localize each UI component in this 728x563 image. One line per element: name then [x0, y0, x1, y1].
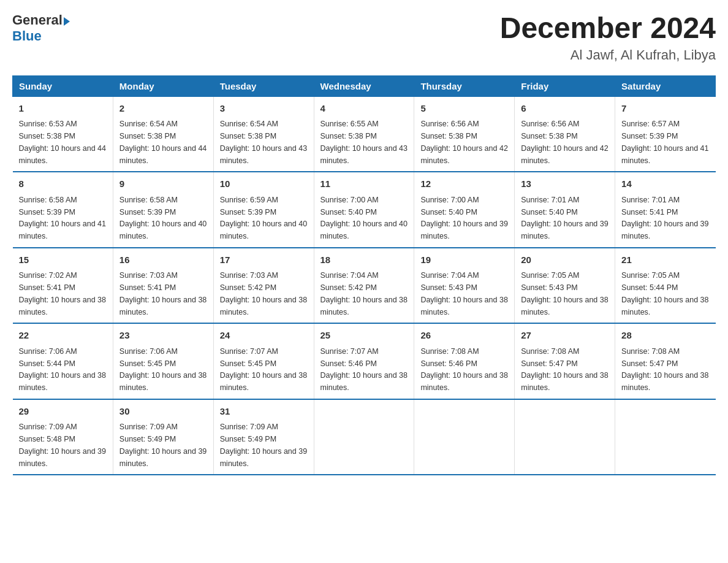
day-cell: 6 Sunrise: 6:56 AMSunset: 5:38 PMDayligh… — [515, 96, 615, 172]
day-cell — [615, 399, 716, 475]
day-number: 20 — [521, 253, 609, 267]
day-number: 19 — [420, 253, 508, 267]
column-header-friday: Friday — [515, 75, 615, 96]
week-row-5: 29 Sunrise: 7:09 AMSunset: 5:48 PMDaylig… — [13, 399, 716, 475]
day-number: 26 — [420, 329, 508, 343]
column-header-saturday: Saturday — [615, 75, 716, 96]
day-cell: 12 Sunrise: 7:00 AMSunset: 5:40 PMDaylig… — [414, 172, 515, 248]
day-info: Sunrise: 7:08 AMSunset: 5:47 PMDaylight:… — [521, 347, 608, 392]
day-number: 23 — [119, 329, 207, 343]
day-cell: 8 Sunrise: 6:58 AMSunset: 5:39 PMDayligh… — [13, 172, 113, 248]
day-info: Sunrise: 6:58 AMSunset: 5:39 PMDaylight:… — [19, 196, 106, 240]
day-number: 9 — [119, 177, 207, 191]
day-number: 21 — [621, 253, 709, 267]
calendar-table: SundayMondayTuesdayWednesdayThursdayFrid… — [12, 75, 716, 476]
day-cell: 16 Sunrise: 7:03 AMSunset: 5:41 PMDaylig… — [113, 248, 213, 324]
day-info: Sunrise: 7:05 AMSunset: 5:44 PMDaylight:… — [621, 271, 708, 316]
day-info: Sunrise: 7:08 AMSunset: 5:47 PMDaylight:… — [621, 347, 708, 392]
day-cell: 29 Sunrise: 7:09 AMSunset: 5:48 PMDaylig… — [13, 399, 113, 475]
day-cell: 14 Sunrise: 7:01 AMSunset: 5:41 PMDaylig… — [615, 172, 716, 248]
day-info: Sunrise: 7:03 AMSunset: 5:41 PMDaylight:… — [119, 271, 207, 316]
logo: General Blue — [12, 12, 70, 44]
day-cell — [414, 399, 515, 475]
week-row-3: 15 Sunrise: 7:02 AMSunset: 5:41 PMDaylig… — [13, 248, 716, 324]
day-number: 11 — [320, 177, 408, 191]
day-cell: 10 Sunrise: 6:59 AMSunset: 5:39 PMDaylig… — [213, 172, 314, 248]
day-cell: 7 Sunrise: 6:57 AMSunset: 5:39 PMDayligh… — [615, 96, 716, 172]
day-cell: 4 Sunrise: 6:55 AMSunset: 5:38 PMDayligh… — [314, 96, 414, 172]
day-cell: 2 Sunrise: 6:54 AMSunset: 5:38 PMDayligh… — [113, 96, 213, 172]
day-number: 13 — [521, 177, 609, 191]
day-info: Sunrise: 7:09 AMSunset: 5:49 PMDaylight:… — [220, 423, 307, 467]
day-number: 25 — [320, 329, 408, 343]
day-info: Sunrise: 6:59 AMSunset: 5:39 PMDaylight:… — [220, 196, 307, 240]
day-number: 17 — [220, 253, 308, 267]
month-title: December 2024 — [500, 12, 716, 45]
day-cell: 31 Sunrise: 7:09 AMSunset: 5:49 PMDaylig… — [213, 399, 314, 475]
day-cell: 27 Sunrise: 7:08 AMSunset: 5:47 PMDaylig… — [515, 323, 615, 399]
logo-general-text: General — [12, 12, 63, 28]
day-info: Sunrise: 7:00 AMSunset: 5:40 PMDaylight:… — [320, 196, 408, 240]
day-number: 12 — [420, 177, 508, 191]
day-cell: 23 Sunrise: 7:06 AMSunset: 5:45 PMDaylig… — [113, 323, 213, 399]
day-number: 4 — [320, 102, 408, 116]
day-number: 18 — [320, 253, 408, 267]
day-cell — [314, 399, 414, 475]
day-number: 2 — [119, 102, 207, 116]
day-info: Sunrise: 7:07 AMSunset: 5:45 PMDaylight:… — [220, 347, 307, 392]
day-number: 30 — [119, 405, 207, 419]
week-row-1: 1 Sunrise: 6:53 AMSunset: 5:38 PMDayligh… — [13, 96, 716, 172]
column-header-thursday: Thursday — [414, 75, 515, 96]
day-number: 8 — [19, 177, 107, 191]
day-number: 1 — [19, 102, 107, 116]
location-title: Al Jawf, Al Kufrah, Libya — [500, 47, 716, 63]
day-info: Sunrise: 6:53 AMSunset: 5:38 PMDaylight:… — [19, 120, 106, 164]
day-number: 15 — [19, 253, 107, 267]
day-cell — [515, 399, 615, 475]
day-info: Sunrise: 6:54 AMSunset: 5:38 PMDaylight:… — [119, 120, 207, 164]
day-number: 6 — [521, 102, 609, 116]
day-cell: 11 Sunrise: 7:00 AMSunset: 5:40 PMDaylig… — [314, 172, 414, 248]
day-info: Sunrise: 7:08 AMSunset: 5:46 PMDaylight:… — [420, 347, 507, 392]
day-info: Sunrise: 7:04 AMSunset: 5:42 PMDaylight:… — [320, 271, 408, 316]
day-info: Sunrise: 7:09 AMSunset: 5:49 PMDaylight:… — [119, 423, 207, 467]
day-number: 3 — [220, 102, 308, 116]
day-number: 16 — [119, 253, 207, 267]
day-cell: 21 Sunrise: 7:05 AMSunset: 5:44 PMDaylig… — [615, 248, 716, 324]
day-cell: 19 Sunrise: 7:04 AMSunset: 5:43 PMDaylig… — [414, 248, 515, 324]
day-cell: 25 Sunrise: 7:07 AMSunset: 5:46 PMDaylig… — [314, 323, 414, 399]
day-number: 27 — [521, 329, 609, 343]
week-row-4: 22 Sunrise: 7:06 AMSunset: 5:44 PMDaylig… — [13, 323, 716, 399]
day-cell: 20 Sunrise: 7:05 AMSunset: 5:43 PMDaylig… — [515, 248, 615, 324]
day-cell: 26 Sunrise: 7:08 AMSunset: 5:46 PMDaylig… — [414, 323, 515, 399]
day-info: Sunrise: 7:00 AMSunset: 5:40 PMDaylight:… — [420, 196, 507, 240]
day-cell: 13 Sunrise: 7:01 AMSunset: 5:40 PMDaylig… — [515, 172, 615, 248]
day-number: 14 — [621, 177, 709, 191]
day-number: 5 — [420, 102, 508, 116]
day-info: Sunrise: 6:56 AMSunset: 5:38 PMDaylight:… — [521, 120, 608, 164]
day-info: Sunrise: 7:09 AMSunset: 5:48 PMDaylight:… — [19, 423, 106, 467]
day-cell: 17 Sunrise: 7:03 AMSunset: 5:42 PMDaylig… — [213, 248, 314, 324]
logo-blue-text: Blue — [12, 28, 42, 44]
day-cell: 1 Sunrise: 6:53 AMSunset: 5:38 PMDayligh… — [13, 96, 113, 172]
day-number: 10 — [220, 177, 308, 191]
day-number: 31 — [220, 405, 308, 419]
day-cell: 28 Sunrise: 7:08 AMSunset: 5:47 PMDaylig… — [615, 323, 716, 399]
day-info: Sunrise: 7:03 AMSunset: 5:42 PMDaylight:… — [220, 271, 307, 316]
day-info: Sunrise: 7:01 AMSunset: 5:41 PMDaylight:… — [621, 196, 708, 240]
day-info: Sunrise: 6:56 AMSunset: 5:38 PMDaylight:… — [420, 120, 507, 164]
day-info: Sunrise: 7:05 AMSunset: 5:43 PMDaylight:… — [521, 271, 608, 316]
day-number: 7 — [621, 102, 709, 116]
day-cell: 5 Sunrise: 6:56 AMSunset: 5:38 PMDayligh… — [414, 96, 515, 172]
day-info: Sunrise: 7:06 AMSunset: 5:45 PMDaylight:… — [119, 347, 207, 392]
day-cell: 22 Sunrise: 7:06 AMSunset: 5:44 PMDaylig… — [13, 323, 113, 399]
day-number: 29 — [19, 405, 107, 419]
column-header-wednesday: Wednesday — [314, 75, 414, 96]
day-info: Sunrise: 7:07 AMSunset: 5:46 PMDaylight:… — [320, 347, 408, 392]
day-number: 28 — [621, 329, 709, 343]
day-cell: 18 Sunrise: 7:04 AMSunset: 5:42 PMDaylig… — [314, 248, 414, 324]
day-cell: 9 Sunrise: 6:58 AMSunset: 5:39 PMDayligh… — [113, 172, 213, 248]
day-info: Sunrise: 6:58 AMSunset: 5:39 PMDaylight:… — [119, 196, 207, 240]
day-info: Sunrise: 7:04 AMSunset: 5:43 PMDaylight:… — [420, 271, 507, 316]
column-header-tuesday: Tuesday — [213, 75, 314, 96]
